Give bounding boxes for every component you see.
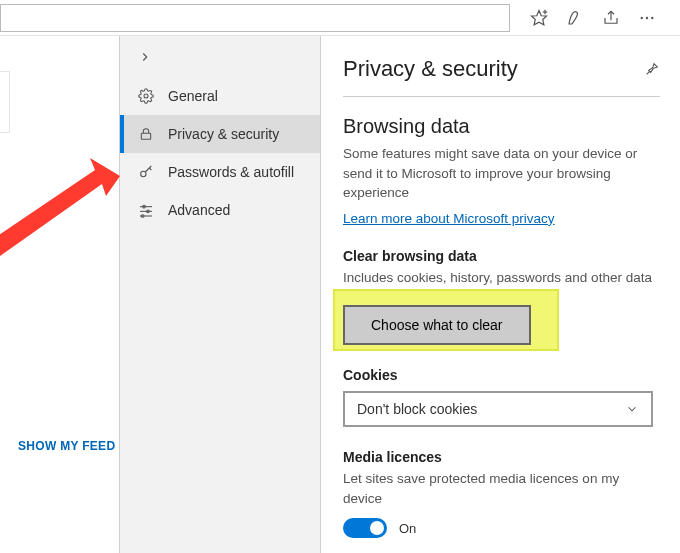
browsing-data-desc: Some features might save data on your de…	[343, 144, 660, 203]
nav-item-general[interactable]: General	[120, 77, 320, 115]
browsing-data-heading: Browsing data	[343, 115, 660, 138]
more-icon[interactable]	[638, 9, 656, 27]
lock-icon	[138, 126, 154, 142]
nav-label: General	[168, 88, 218, 104]
address-bar[interactable]	[0, 4, 510, 32]
media-toggle[interactable]	[343, 518, 387, 538]
pin-icon[interactable]	[644, 61, 660, 77]
content-card-edge	[0, 71, 10, 133]
svg-point-4	[646, 16, 648, 18]
favorites-icon[interactable]	[530, 9, 548, 27]
nav-item-advanced[interactable]: Advanced	[120, 191, 320, 229]
cookies-dropdown[interactable]: Don't block cookies	[343, 391, 653, 427]
clear-data-desc: Includes cookies, history, passwords and…	[343, 268, 660, 288]
svg-point-6	[144, 94, 148, 98]
page-background: SHOW MY FEED	[0, 36, 119, 553]
choose-what-to-clear-button[interactable]: Choose what to clear	[343, 305, 531, 345]
chevron-down-icon	[625, 402, 639, 416]
page-title: Privacy & security	[343, 56, 518, 82]
cookies-value: Don't block cookies	[357, 401, 477, 417]
svg-point-8	[141, 171, 146, 176]
gear-icon	[138, 88, 154, 104]
toolbar-actions	[510, 9, 672, 27]
show-my-feed-link[interactable]: SHOW MY FEED	[18, 439, 115, 453]
key-icon	[138, 164, 154, 180]
media-toggle-label: On	[399, 521, 416, 536]
privacy-learn-more-link[interactable]: Learn more about Microsoft privacy	[343, 211, 555, 226]
media-desc: Let sites save protected media licences …	[343, 469, 660, 508]
svg-rect-7	[141, 133, 150, 139]
svg-marker-0	[532, 10, 547, 24]
sliders-icon	[138, 202, 154, 218]
media-heading: Media licences	[343, 449, 660, 465]
nav-item-passwords[interactable]: Passwords & autofill	[120, 153, 320, 191]
cookies-heading: Cookies	[343, 367, 660, 383]
nav-label: Privacy & security	[168, 126, 279, 142]
clear-data-heading: Clear browsing data	[343, 248, 660, 264]
detail-pane: Privacy & security Browsing data Some fe…	[321, 36, 680, 553]
top-toolbar	[0, 0, 680, 36]
nav-item-privacy[interactable]: Privacy & security	[120, 115, 320, 153]
svg-point-5	[651, 16, 653, 18]
svg-line-15	[647, 71, 650, 74]
svg-point-3	[641, 16, 643, 18]
notes-icon[interactable]	[566, 9, 584, 27]
settings-nav: General Privacy & security Passwords & a…	[119, 36, 321, 553]
back-button[interactable]	[120, 36, 320, 77]
nav-label: Passwords & autofill	[168, 164, 294, 180]
nav-label: Advanced	[168, 202, 230, 218]
share-icon[interactable]	[602, 9, 620, 27]
